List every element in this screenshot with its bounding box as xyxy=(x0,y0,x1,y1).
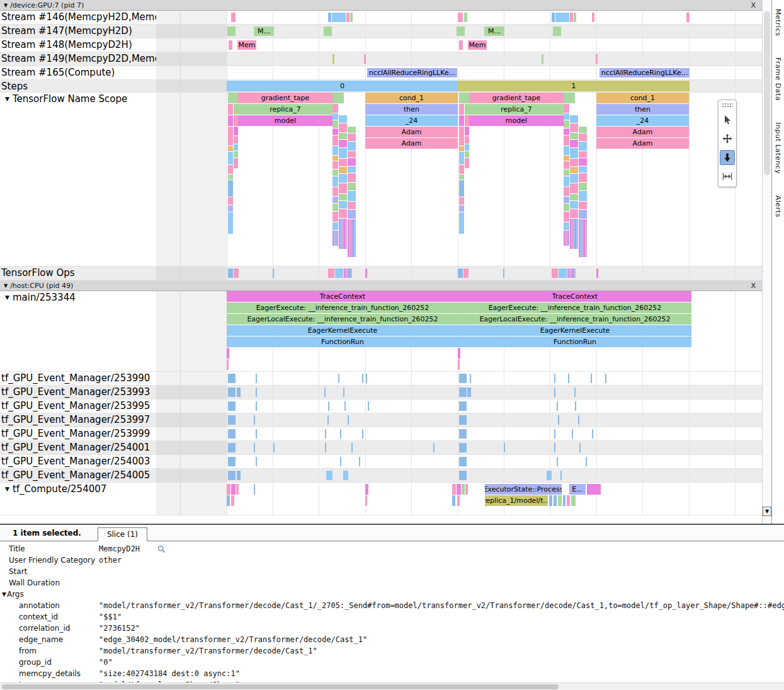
trace-event[interactable]: Adam xyxy=(365,138,458,149)
trace-event[interactable] xyxy=(365,495,367,506)
trace-event[interactable] xyxy=(570,140,578,147)
trace-event[interactable]: _24 xyxy=(365,115,458,126)
gpu-collapse-icon[interactable]: ▼ xyxy=(4,3,8,8)
trace-event[interactable] xyxy=(564,161,569,169)
trace-event[interactable] xyxy=(339,140,347,147)
trace-event[interactable] xyxy=(340,457,341,466)
trace-event[interactable] xyxy=(273,268,274,278)
trace-event[interactable] xyxy=(325,443,326,452)
trace-event[interactable] xyxy=(564,176,569,187)
trace-event[interactable]: FunctionRun xyxy=(227,336,458,347)
trace-event[interactable] xyxy=(465,104,469,115)
collapse-expander-icon[interactable]: ▼ xyxy=(5,294,9,301)
args-section-header[interactable]: ▼Args xyxy=(0,589,784,600)
trace-event[interactable] xyxy=(552,268,558,278)
host-panel-close-button[interactable]: X xyxy=(751,282,756,290)
trace-event[interactable] xyxy=(343,388,344,397)
trace-event[interactable] xyxy=(433,443,435,452)
trace-event[interactable] xyxy=(558,415,559,425)
trace-event[interactable] xyxy=(348,202,356,209)
trace-event[interactable] xyxy=(234,151,238,158)
trace-event[interactable] xyxy=(332,113,338,120)
trace-event[interactable] xyxy=(579,158,587,166)
trace-event[interactable] xyxy=(326,471,332,480)
trace-event[interactable] xyxy=(256,429,257,439)
trace-event[interactable] xyxy=(339,219,347,249)
trace-event[interactable] xyxy=(325,429,326,439)
trace-event[interactable] xyxy=(564,93,575,103)
trace-event[interactable] xyxy=(339,174,347,183)
trace-event[interactable] xyxy=(339,124,347,132)
track-label-main-253344[interactable]: ▼main/253344 xyxy=(0,291,156,371)
magnifier-icon[interactable] xyxy=(157,545,166,553)
trace-event[interactable] xyxy=(366,374,367,383)
trace-event[interactable] xyxy=(458,348,460,359)
trace-event[interactable] xyxy=(228,197,233,205)
pan-tool-button[interactable] xyxy=(720,131,735,146)
trace-event[interactable] xyxy=(234,268,239,278)
trace-event[interactable] xyxy=(234,158,238,168)
trace-event[interactable] xyxy=(547,471,552,480)
trace-event[interactable] xyxy=(459,180,464,197)
trace-event[interactable] xyxy=(339,201,347,209)
trace-event[interactable] xyxy=(570,194,578,200)
trace-event[interactable] xyxy=(579,219,587,257)
trace-event[interactable] xyxy=(459,175,464,180)
trace-event[interactable] xyxy=(458,268,463,278)
trace-event[interactable] xyxy=(564,204,569,211)
trace-event[interactable] xyxy=(459,429,467,439)
trace-event[interactable] xyxy=(228,212,233,234)
trace-event[interactable] xyxy=(231,13,236,22)
trace-event[interactable] xyxy=(234,115,238,126)
gpu-panel-close-button[interactable]: X xyxy=(751,1,756,9)
trace-event[interactable] xyxy=(339,159,347,166)
trace-event[interactable]: _24 xyxy=(596,115,689,126)
trace-event[interactable] xyxy=(339,209,347,218)
track-label-tf-name-scope[interactable]: ▼TensorFlow Name Scope xyxy=(0,93,156,266)
trace-event[interactable] xyxy=(327,415,329,425)
track-label-tf-ops[interactable]: TensorFlow Ops xyxy=(0,267,156,280)
track-label-evm-253990[interactable]: tf_GPU_Event_Manager/253990 xyxy=(0,372,156,385)
trace-event[interactable] xyxy=(452,484,456,495)
trace-event[interactable] xyxy=(229,40,232,50)
trace-event[interactable] xyxy=(564,120,569,128)
trace-event[interactable] xyxy=(563,495,565,506)
trace-event[interactable] xyxy=(332,176,338,187)
trace-event[interactable] xyxy=(328,268,334,278)
side-tab-input-latency[interactable]: Input Latency xyxy=(774,122,782,174)
trace-event[interactable] xyxy=(346,13,349,22)
trace-event[interactable]: ncclAllReduceRingLLKe... xyxy=(599,68,690,78)
trace-event[interactable]: cond_1 xyxy=(365,93,458,103)
select-tool-button[interactable] xyxy=(720,112,735,127)
track-label-stream-149[interactable]: Stream #149(MemcpyD2D,Memcp xyxy=(0,52,156,66)
trace-event[interactable] xyxy=(343,471,348,480)
trace-event[interactable] xyxy=(458,359,460,370)
trace-event[interactable] xyxy=(579,142,587,151)
trace-event[interactable] xyxy=(332,135,338,146)
trace-event[interactable] xyxy=(228,429,236,439)
trace-event[interactable]: 0 xyxy=(227,81,458,91)
trace-event[interactable]: Mem xyxy=(237,40,256,50)
trace-event[interactable] xyxy=(332,146,338,155)
trace-event[interactable] xyxy=(351,443,353,452)
trace-event[interactable] xyxy=(459,205,464,212)
timing-tool-button[interactable] xyxy=(720,169,735,184)
trace-event[interactable]: Adam xyxy=(596,127,689,137)
trace-event[interactable] xyxy=(237,471,241,480)
side-tab-frame-data[interactable]: Frame Data xyxy=(774,57,782,101)
trace-event[interactable]: EagerKernelExecute xyxy=(458,325,691,336)
trace-event[interactable] xyxy=(587,484,601,495)
trace-event[interactable] xyxy=(228,104,233,115)
trace-event[interactable] xyxy=(554,495,557,506)
trace-event[interactable] xyxy=(231,495,234,506)
trace-event[interactable] xyxy=(228,93,238,103)
trace-event[interactable] xyxy=(228,175,233,180)
trace-event[interactable] xyxy=(332,129,338,135)
trace-event[interactable] xyxy=(554,374,555,383)
trace-event[interactable] xyxy=(570,219,578,249)
trace-event[interactable] xyxy=(332,197,338,203)
trace-event[interactable] xyxy=(459,146,464,151)
trace-event[interactable]: Adam xyxy=(596,138,689,149)
trace-event[interactable] xyxy=(591,374,592,383)
trace-event[interactable] xyxy=(462,484,465,495)
